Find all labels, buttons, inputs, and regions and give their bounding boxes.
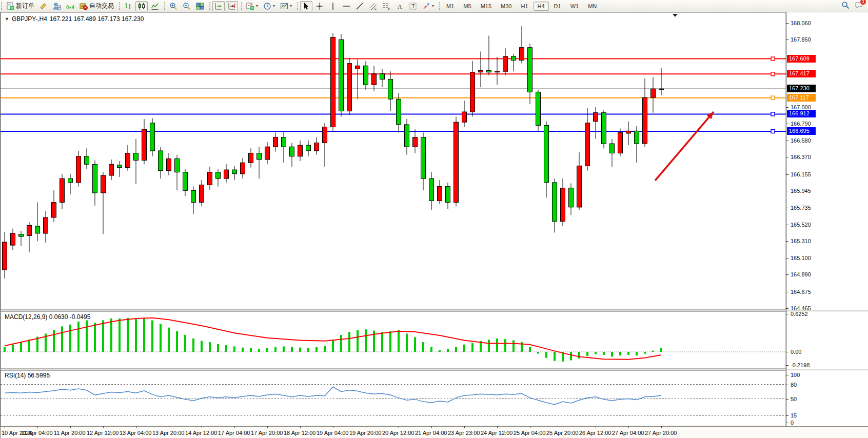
macd-pane-splitter[interactable]: [1, 310, 868, 311]
auto-scroll-button[interactable]: [212, 1, 225, 11]
timeframe-button-d1[interactable]: D1: [550, 2, 565, 11]
macd-tick: [786, 365, 788, 366]
candle-16: [134, 153, 139, 161]
candle-75: [618, 132, 623, 153]
chevron-down-icon[interactable]: ▼: [5, 16, 9, 22]
vline-button[interactable]: [327, 1, 339, 11]
tile-windows-button[interactable]: [194, 1, 206, 11]
timeframe-button-h1[interactable]: H1: [517, 2, 532, 11]
price-tick: [786, 274, 788, 275]
text-label-button[interactable]: T: [407, 1, 419, 11]
templates-button[interactable]: ▾: [278, 1, 294, 11]
timeframe-button-w1[interactable]: W1: [566, 2, 583, 11]
svg-text:E: E: [374, 7, 377, 10]
price-tick: [786, 124, 788, 124]
profile-button[interactable]: [51, 1, 63, 11]
trendline-button[interactable]: [353, 1, 366, 11]
chevron-down-icon[interactable]: ▾: [432, 4, 434, 8]
candle-38: [314, 143, 319, 151]
timeframe-button-m15[interactable]: M15: [477, 2, 496, 11]
zoom-out-button[interactable]: [181, 1, 193, 11]
line-handle-167.609[interactable]: [771, 57, 775, 61]
candle-65: [536, 92, 541, 125]
macd-indicator-label: MACD(12,26,9) 0.0630 -0.0495: [5, 313, 90, 321]
hline-button[interactable]: [340, 1, 352, 11]
autotrade-button[interactable]: 自动交易: [77, 1, 116, 11]
candle-41: [339, 39, 344, 111]
candle-67: [553, 183, 557, 222]
chart-canvas[interactable]: [1, 12, 868, 438]
chart-shift-marker[interactable]: [673, 14, 678, 17]
fibonacci-button[interactable]: F: [380, 1, 392, 11]
chat-button[interactable]: 1: [855, 1, 863, 11]
candle-27: [224, 170, 229, 178]
line-handle-167.417[interactable]: [771, 72, 775, 76]
text-a-icon: A: [396, 2, 404, 10]
zoom-in-button[interactable]: [167, 1, 180, 11]
candle-79: [651, 89, 656, 97]
candle-68: [561, 188, 565, 222]
candle-12: [101, 175, 106, 193]
price-tick-label: 164.890: [791, 271, 811, 277]
candle-34: [282, 137, 286, 147]
chart-shift-button[interactable]: [226, 1, 238, 11]
timeframe-button-h4[interactable]: H4: [534, 2, 549, 11]
new-order-button[interactable]: 新订单: [4, 1, 36, 11]
price-tick-label: 166.155: [791, 171, 811, 177]
chevron-down-icon[interactable]: ▾: [273, 4, 275, 8]
styler-button[interactable]: [37, 1, 50, 11]
bars-icon: [124, 2, 132, 10]
timeframe-button-m30[interactable]: M30: [497, 2, 516, 11]
timeframe-button-mn[interactable]: MN: [584, 2, 601, 11]
rsi-tick-label: 50: [791, 396, 797, 402]
signal-icon: [66, 2, 74, 10]
time-tick: [366, 426, 366, 428]
time-tick: [399, 426, 399, 428]
candle-42: [347, 64, 352, 111]
brush-icon: [40, 2, 48, 10]
time-tick: [169, 426, 169, 428]
cursor-button[interactable]: [300, 1, 312, 11]
time-tick-label: 21 Apr 04:00: [415, 430, 447, 436]
indicator-plus-icon: [246, 2, 254, 10]
signals-button[interactable]: [64, 1, 76, 11]
macd-pane-frame: [1, 311, 786, 369]
chevron-down-icon[interactable]: ▾: [256, 4, 258, 8]
price-tick: [786, 23, 788, 24]
line-chart-button[interactable]: [149, 1, 161, 11]
time-tick: [431, 426, 432, 428]
candle-59: [487, 71, 491, 72]
candle-29: [241, 163, 245, 174]
bar-chart-button[interactable]: [122, 1, 134, 11]
price-tick-label: 168.060: [791, 20, 811, 26]
cursor-icon: [302, 2, 310, 10]
time-tick-label: 24 Apr 12:00: [481, 430, 512, 436]
candle-28: [232, 170, 237, 174]
template-icon: [280, 2, 288, 10]
periods-button[interactable]: ▾: [261, 1, 277, 11]
candle-63: [520, 48, 524, 61]
crosshair-button[interactable]: [313, 1, 326, 11]
text-button[interactable]: A: [393, 1, 406, 11]
time-tick: [267, 426, 268, 428]
zoom-in-icon: [169, 2, 177, 10]
line-handle-166.912[interactable]: [771, 112, 775, 116]
timeframe-button-m1[interactable]: M1: [442, 2, 458, 11]
time-tick-label: 20 Apr 12:00: [382, 430, 414, 436]
time-tick-label: 25 Apr 20:00: [546, 430, 578, 436]
candle-chart-button[interactable]: [135, 1, 148, 11]
line-handle-167.117[interactable]: [771, 96, 775, 99]
search-button[interactable]: [841, 1, 850, 11]
channel-button[interactable]: E: [367, 1, 379, 11]
rsi-pane-splitter[interactable]: [1, 369, 868, 370]
timeframe-button-m5[interactable]: M5: [459, 2, 475, 11]
candle-60: [495, 71, 500, 72]
arrows-button[interactable]: ▾: [420, 1, 436, 11]
indicators-button[interactable]: ▾: [244, 1, 260, 11]
chart-title[interactable]: ▼ GBPJPY-,H4 167.221 167.489 167.173 167…: [5, 15, 144, 23]
chevron-down-icon[interactable]: ▾: [290, 4, 292, 8]
autotrade-button-label: 自动交易: [89, 2, 114, 10]
line-handle-166.695[interactable]: [771, 130, 775, 133]
macd-tick-label: -0.2198: [791, 362, 810, 368]
time-tick: [563, 426, 563, 428]
